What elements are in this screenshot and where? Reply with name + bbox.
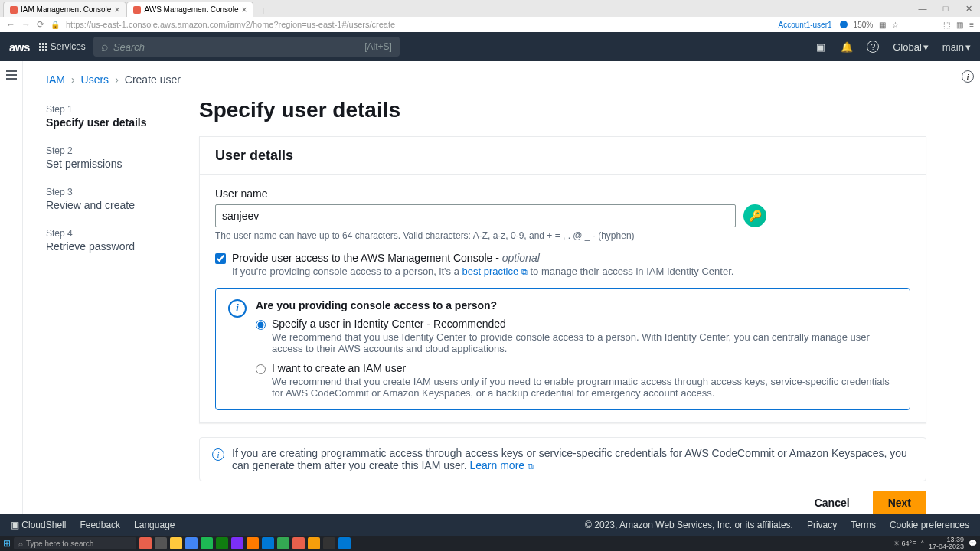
forward-icon[interactable]: →	[21, 19, 31, 30]
taskbar-app-icon[interactable]	[185, 537, 198, 549]
help-icon[interactable]: ?	[867, 41, 879, 53]
browser-tab-aws[interactable]: AWS Management Console ×	[126, 2, 253, 17]
breadcrumb: IAM › Users › Create user	[46, 61, 942, 98]
close-tab-icon[interactable]: ×	[241, 5, 247, 15]
username-input[interactable]	[215, 204, 736, 227]
iam-user-sub: We recommend that you create IAM users o…	[272, 376, 897, 399]
taskbar-app-icon[interactable]	[292, 537, 305, 549]
taskbar-app-icon[interactable]	[262, 537, 274, 549]
search-input[interactable]	[113, 41, 364, 53]
breadcrumb-iam[interactable]: IAM	[46, 73, 65, 86]
maximize-button[interactable]: □	[934, 0, 957, 17]
back-icon[interactable]: ←	[6, 19, 15, 30]
learn-more-link[interactable]: Learn more ⧉	[470, 459, 534, 471]
main: IAM › Users › Create user Step 1 Specify…	[0, 61, 980, 520]
services-label: Services	[51, 41, 86, 52]
cookies-link[interactable]: Cookie preferences	[890, 520, 969, 530]
account-menu[interactable]: main ▾	[942, 41, 971, 53]
start-button[interactable]: ⊞	[3, 538, 11, 549]
iam-user-radio[interactable]	[256, 364, 266, 374]
action-center-icon[interactable]: 💬	[969, 540, 977, 547]
info-icon: i	[228, 299, 247, 318]
library-icon[interactable]: ▥	[956, 21, 963, 29]
search-shortcut: [Alt+S]	[364, 41, 392, 52]
extensions-icon[interactable]: ▦	[879, 21, 886, 29]
reload-icon[interactable]: ⟳	[37, 19, 44, 30]
cloudshell-icon[interactable]: ▣	[815, 41, 827, 53]
terms-link[interactable]: Terms	[851, 520, 876, 530]
help-panel-toggle[interactable]: i	[957, 61, 980, 520]
programmatic-note: i If you are creating programmatic acces…	[199, 437, 926, 481]
clock-date[interactable]: 17-04-2023	[929, 543, 964, 550]
person-access-box: i Are you providing console access to a …	[215, 288, 910, 410]
downloads-icon[interactable]: ⬚	[943, 21, 950, 29]
privacy-link[interactable]: Privacy	[807, 520, 837, 530]
password-manager-icon[interactable]: 🔑	[743, 204, 766, 227]
identity-center-sub: We recommend that you use Identity Cente…	[272, 331, 897, 354]
tab-label: IAM Management Console	[21, 5, 111, 14]
tab-favicon-icon	[133, 6, 141, 14]
window-controls: — □ ✕	[911, 0, 980, 17]
language-link[interactable]: Language	[134, 520, 175, 530]
feedback-link[interactable]: Feedback	[80, 520, 120, 530]
taskbar-app-icon[interactable]	[216, 537, 228, 549]
aws-logo[interactable]: aws	[9, 41, 30, 54]
tab-favicon-icon	[10, 6, 18, 14]
sidenav-toggle[interactable]	[0, 61, 23, 520]
services-menu[interactable]: Services	[39, 41, 86, 52]
search-icon: ⌕	[101, 40, 109, 54]
console-access-sub: If you're providing console access to a …	[232, 266, 733, 277]
next-button[interactable]: Next	[873, 491, 926, 515]
tray-chevron-icon[interactable]: ^	[921, 540, 924, 547]
header-search[interactable]: ⌕ [Alt+S]	[93, 37, 400, 57]
taskbar-app-icon[interactable]	[247, 537, 259, 549]
username-hint: The user name can have up to 64 characte…	[215, 230, 910, 241]
step-2: Step 2 Set permissions	[46, 145, 168, 170]
notifications-icon[interactable]: 🔔	[841, 41, 853, 53]
page-title: Specify user details	[199, 98, 926, 122]
step-1[interactable]: Step 1 Specify user details	[46, 104, 168, 129]
close-tab-icon[interactable]: ×	[114, 5, 119, 15]
browser-tab-iam[interactable]: IAM Management Console ×	[3, 2, 126, 17]
taskbar-app-icon[interactable]	[170, 537, 182, 549]
taskbar-app-icon[interactable]	[231, 537, 243, 549]
taskbar-app-icon[interactable]	[201, 537, 213, 549]
menu-icon[interactable]: ≡	[969, 21, 974, 29]
taskbar-app-icon[interactable]	[139, 537, 152, 549]
address-bar: ← → ⟳ 🔒 https://us-east-1.console.aws.am…	[0, 17, 980, 32]
content: IAM › Users › Create user Step 1 Specify…	[23, 61, 957, 520]
weather-widget[interactable]: ☀ 64°F	[893, 540, 916, 547]
best-practice-link[interactable]: best practice ⧉	[462, 266, 528, 277]
browser-chrome: — □ ✕ IAM Management Console × AWS Manag…	[0, 0, 980, 32]
bookmark-icon[interactable]: ☆	[892, 21, 899, 29]
username-label: User name	[215, 187, 910, 200]
taskbar-app-icon[interactable]	[338, 537, 351, 549]
cancel-button[interactable]: Cancel	[799, 491, 865, 515]
taskbar-app-icon[interactable]	[155, 537, 167, 549]
windows-taskbar: ⊞ ⌕ Type here to search ☀ 64°F ^ 13:39 1…	[0, 536, 980, 551]
breadcrumb-users[interactable]: Users	[81, 73, 109, 86]
taskbar-app-icon[interactable]	[277, 537, 289, 549]
region-selector[interactable]: Global ▾	[893, 41, 929, 53]
taskbar-search[interactable]: ⌕ Type here to search	[14, 537, 136, 549]
url-field[interactable]: https://us-east-1.console.aws.amazon.com…	[66, 20, 773, 29]
user-details-panel: User details User name 🔑 The user name c…	[199, 136, 926, 423]
new-tab-button[interactable]: +	[253, 5, 272, 17]
iam-user-label: I want to create an IAM user	[272, 362, 897, 374]
cloudshell-link[interactable]: ▣ CloudShell	[11, 520, 66, 530]
close-button[interactable]: ✕	[957, 0, 980, 17]
console-access-checkbox[interactable]	[215, 253, 226, 264]
taskbar-app-icon[interactable]	[308, 537, 320, 549]
zoom-level[interactable]: 150%	[854, 21, 874, 29]
grid-icon	[39, 43, 47, 51]
form-column: Specify user details User details User n…	[199, 98, 926, 515]
minimize-button[interactable]: —	[911, 0, 934, 17]
taskbar-app-icon[interactable]	[323, 537, 335, 549]
identity-center-radio[interactable]	[256, 320, 266, 330]
header-right: ▣ 🔔 ? Global ▾ main ▾	[815, 41, 971, 53]
panel-title: User details	[215, 148, 910, 164]
external-link-icon: ⧉	[528, 461, 534, 471]
account-label[interactable]: Account1-user1	[779, 21, 832, 29]
wizard-steps: Step 1 Specify user details Step 2 Set p…	[46, 98, 168, 515]
tab-label: AWS Management Console	[144, 5, 238, 14]
